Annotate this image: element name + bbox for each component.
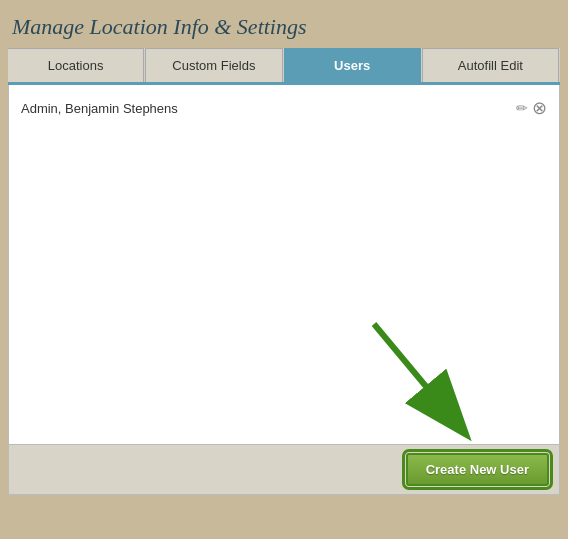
edit-icon[interactable]: ✏ [516,100,528,116]
users-content-area: Admin, Benjamin Stephens ✏ ⊗ [8,85,560,445]
table-row: Admin, Benjamin Stephens ✏ ⊗ [19,95,549,121]
tab-bar: Locations Custom Fields Users Autofill E… [8,48,560,85]
page-title: Manage Location Info & Settings [8,8,560,48]
footer-bar: Create New User [8,445,560,495]
tab-locations[interactable]: Locations [8,48,144,82]
remove-icon[interactable]: ⊗ [532,99,547,117]
tab-users[interactable]: Users [284,48,421,82]
tab-custom-fields[interactable]: Custom Fields [145,48,282,82]
user-actions: ✏ ⊗ [516,99,547,117]
create-new-user-button[interactable]: Create New User [406,453,549,486]
outer-wrapper: Manage Location Info & Settings Location… [0,0,568,539]
tab-autofill-edit[interactable]: Autofill Edit [422,48,559,82]
user-name: Admin, Benjamin Stephens [21,101,178,116]
